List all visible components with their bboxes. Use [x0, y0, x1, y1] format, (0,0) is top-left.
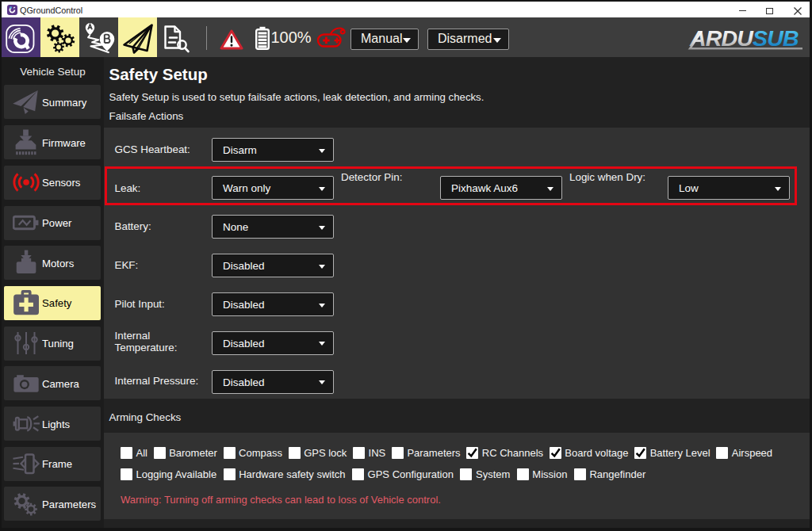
- svg-text:ARDU: ARDU: [689, 25, 754, 51]
- svg-text:SUB: SUB: [753, 25, 799, 51]
